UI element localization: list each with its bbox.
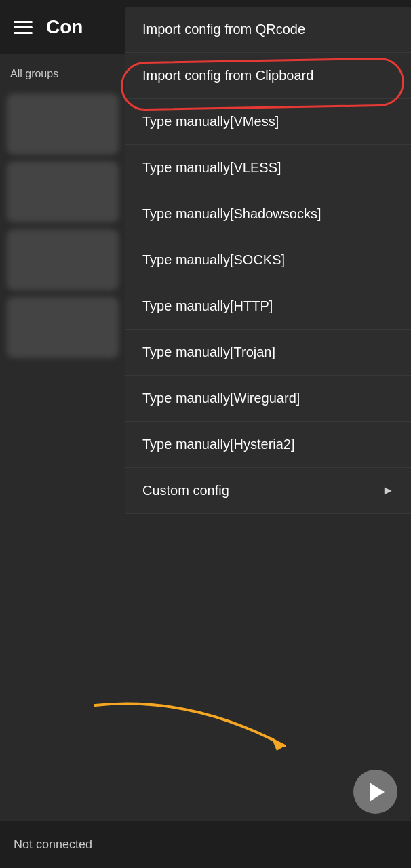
menu-item-type-vmess[interactable]: Type manually[VMess]: [125, 99, 411, 145]
blurred-server-card-3: [7, 229, 119, 290]
sidebar: All groups: [0, 54, 125, 821]
menu-item-import-clipboard[interactable]: Import config from Clipboard: [125, 53, 411, 99]
blurred-server-card-2: [7, 161, 119, 222]
menu-item-type-trojan[interactable]: Type manually[Trojan]: [125, 330, 411, 376]
menu-item-import-qr[interactable]: Import config from QRcode: [125, 7, 411, 53]
blurred-server-card-1: [7, 94, 119, 155]
bottom-bar: Not connected: [0, 821, 411, 868]
all-groups-label: All groups: [0, 54, 125, 87]
menu-item-type-shadowsocks[interactable]: Type manually[Shadowsocks]: [125, 191, 411, 237]
hamburger-menu-button[interactable]: [14, 21, 33, 34]
connection-status: Not connected: [14, 837, 92, 852]
menu-item-custom-config[interactable]: Custom config ►: [125, 468, 411, 514]
menu-item-type-wireguard[interactable]: Type manually[Wireguard]: [125, 376, 411, 422]
menu-item-type-socks[interactable]: Type manually[SOCKS]: [125, 237, 411, 283]
menu-item-type-vless[interactable]: Type manually[VLESS]: [125, 145, 411, 191]
chevron-right-icon: ►: [382, 484, 394, 498]
menu-item-type-hysteria2[interactable]: Type manually[Hysteria2]: [125, 422, 411, 468]
svg-marker-0: [271, 737, 285, 751]
play-icon: [370, 783, 385, 802]
sidebar-items: [0, 87, 125, 365]
menu-item-type-http[interactable]: Type manually[HTTP]: [125, 283, 411, 330]
connect-button[interactable]: [353, 770, 397, 814]
blurred-server-card-4: [7, 297, 119, 358]
app-title: Con: [46, 16, 83, 38]
dropdown-menu: Import config from QRcode Import config …: [125, 7, 411, 514]
